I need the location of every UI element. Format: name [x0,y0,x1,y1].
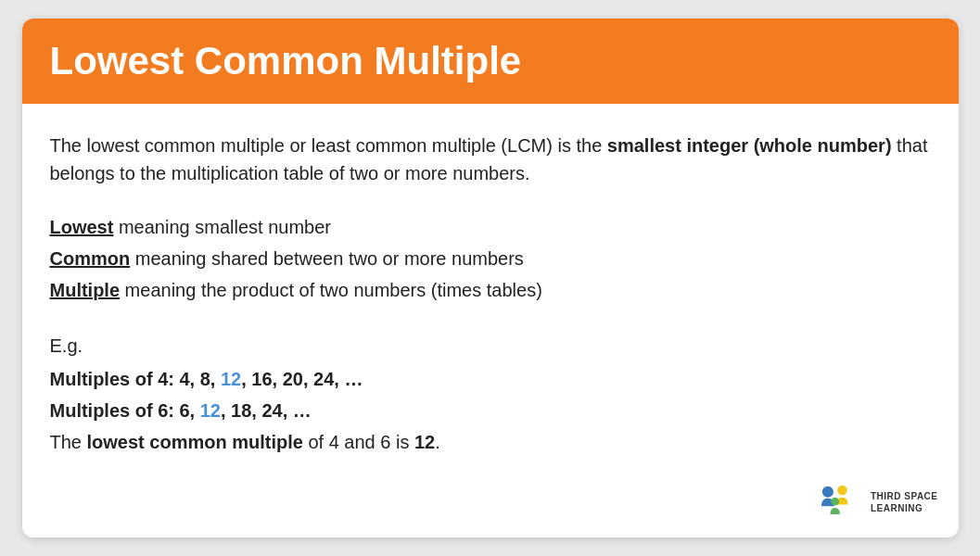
conclusion-value: 12 [414,432,435,452]
tsl-logo-icon [815,484,863,521]
definition-common: Common meaning shared between two or mor… [50,243,931,274]
svg-point-1 [837,486,846,495]
meaning-multiple: meaning the product of two numbers (time… [120,280,542,300]
term-common: Common [50,248,131,269]
multiples-6-rest: , 18, 24, … [221,400,312,421]
definition-lowest: Lowest meaning smallest number [50,211,931,243]
conclusion-period: . [435,432,440,452]
intro-paragraph: The lowest common multiple or least comm… [50,132,931,187]
logo-text-block: THIRD SPACE LEARNING [871,490,938,514]
content-area: The lowest common multiple or least comm… [22,104,959,537]
conclusion: The lowest common multiple of 4 and 6 is… [50,426,931,458]
multiples-of-6: Multiples of 6: 6, 12, 18, 24, … [50,395,931,426]
term-lowest: Lowest [50,217,114,237]
intro-text-bold: smallest integer (whole number) [607,135,892,156]
examples-block: E.g. Multiples of 4: 4, 8, 12, 16, 20, 2… [50,330,931,458]
multiples-4-highlight: 12 [221,369,241,389]
multiples-6-highlight: 12 [200,400,221,421]
eg-label: E.g. [50,330,931,361]
logo-area: THIRD SPACE LEARNING [815,484,938,521]
logo-line1: THIRD SPACE [871,490,938,502]
multiples-4-label: Multiples of 4: 4, 8, [50,369,221,389]
conclusion-bold: lowest common multiple [87,432,303,452]
definition-multiple: Multiple meaning the product of two numb… [50,274,931,306]
page-title: Lowest Common Multiple [50,39,931,83]
meaning-lowest: meaning smallest number [113,217,331,237]
logo-line2: LEARNING [871,502,923,514]
multiples-6-label: Multiples of 6: 6, [50,400,200,421]
card: Lowest Common Multiple The lowest common… [22,19,959,537]
conclusion-end: of 4 and 6 is [303,432,414,452]
term-multiple: Multiple [50,280,121,300]
meaning-common: meaning shared between two or more numbe… [130,248,524,269]
conclusion-plain: The [50,432,87,452]
svg-point-0 [822,486,834,498]
header: Lowest Common Multiple [22,19,959,104]
multiples-4-rest: , 16, 20, 24, … [241,369,363,389]
intro-text-start: The lowest common multiple or least comm… [50,135,607,156]
multiples-of-4: Multiples of 4: 4, 8, 12, 16, 20, 24, … [50,363,931,395]
definitions-block: Lowest meaning smallest number Common me… [50,211,931,306]
svg-point-2 [831,498,839,506]
